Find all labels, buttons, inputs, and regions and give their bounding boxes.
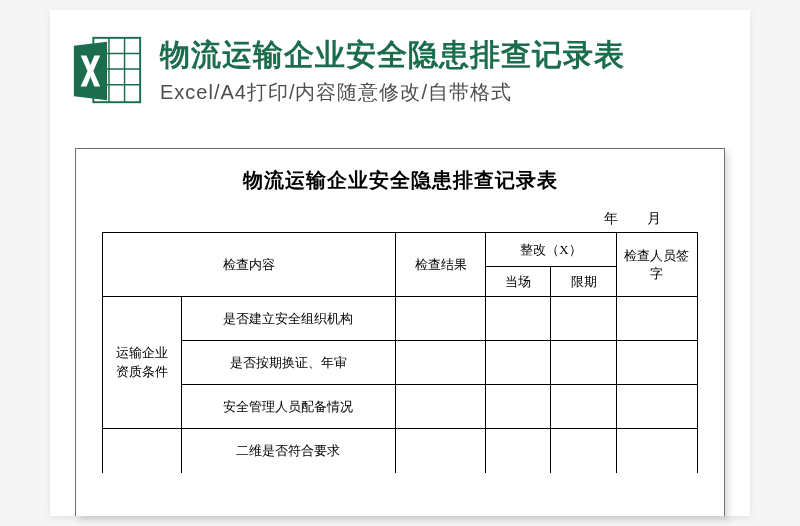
sign-cell: [616, 385, 697, 429]
item-cell: 安全管理人员配备情况: [181, 385, 395, 429]
template-title: 物流运输企业安全隐患排查记录表: [160, 36, 732, 74]
th-fix-now: 当场: [486, 267, 551, 297]
table-row: 二维是否符合要求: [103, 429, 698, 473]
sign-cell: [616, 429, 697, 473]
th-content: 检查内容: [103, 233, 396, 297]
header: 物流运输企业安全隐患排查记录表 Excel/A4打印/内容随意修改/自带格式: [50, 10, 750, 120]
table-row: 是否按期换证、年审: [103, 341, 698, 385]
th-sign: 检查人员签字: [616, 233, 697, 297]
result-cell: [395, 297, 485, 341]
category-cell: [103, 429, 182, 473]
date-year-label: 年: [591, 210, 631, 228]
th-result: 检查结果: [395, 233, 485, 297]
date-row: 年 月: [102, 210, 698, 232]
date-month-label: 月: [634, 210, 674, 228]
fix-now-cell: [486, 385, 551, 429]
excel-file-icon: [68, 32, 146, 110]
result-cell: [395, 429, 485, 473]
template-subtitle: Excel/A4打印/内容随意修改/自带格式: [160, 79, 732, 106]
table-row: 运输企业资质条件 是否建立安全组织机构: [103, 297, 698, 341]
sign-cell: [616, 297, 697, 341]
fix-deadline-cell: [551, 341, 616, 385]
fix-deadline-cell: [551, 297, 616, 341]
item-cell: 二维是否符合要求: [181, 429, 395, 473]
th-fix-deadline: 限期: [551, 267, 616, 297]
header-text: 物流运输企业安全隐患排查记录表 Excel/A4打印/内容随意修改/自带格式: [160, 36, 732, 107]
document-preview: 物流运输企业安全隐患排查记录表 年 月 检查内容 检查结果 整改（X） 检查人员…: [75, 148, 725, 516]
category-cell: 运输企业资质条件: [103, 297, 182, 429]
result-cell: [395, 341, 485, 385]
th-fix-group: 整改（X）: [486, 233, 617, 267]
document-title: 物流运输企业安全隐患排查记录表: [102, 167, 698, 194]
fix-now-cell: [486, 297, 551, 341]
fix-now-cell: [486, 429, 551, 473]
inspection-table: 检查内容 检查结果 整改（X） 检查人员签字 当场 限期 运输企业资质条件 是否…: [102, 232, 698, 473]
template-card: 物流运输企业安全隐患排查记录表 Excel/A4打印/内容随意修改/自带格式 物…: [50, 10, 750, 516]
item-cell: 是否建立安全组织机构: [181, 297, 395, 341]
sign-cell: [616, 341, 697, 385]
result-cell: [395, 385, 485, 429]
fix-now-cell: [486, 341, 551, 385]
table-row: 安全管理人员配备情况: [103, 385, 698, 429]
fix-deadline-cell: [551, 385, 616, 429]
item-cell: 是否按期换证、年审: [181, 341, 395, 385]
fix-deadline-cell: [551, 429, 616, 473]
